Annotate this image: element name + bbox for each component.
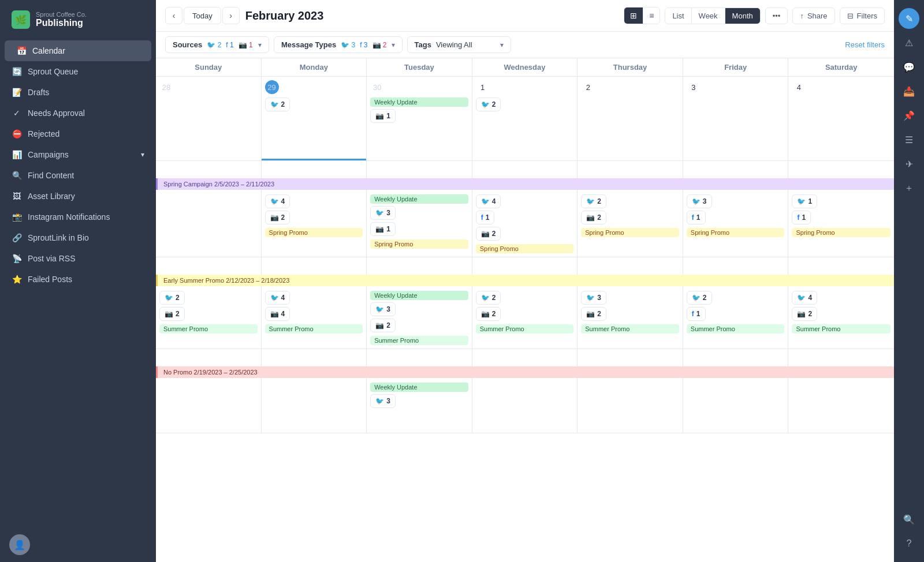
facebook-post-badge[interactable]: f 1 bbox=[687, 307, 706, 321]
search-button[interactable]: 🔍 bbox=[899, 509, 919, 530]
cal-cell-22[interactable]: 22 bbox=[472, 349, 578, 433]
tags-filter[interactable]: Tags Viewing All ▾ bbox=[407, 36, 511, 53]
cal-cell-3[interactable]: 3 bbox=[683, 77, 789, 160]
twitter-post-badge[interactable]: 🐦 2 bbox=[687, 291, 712, 305]
twitter-post-badge[interactable]: 🐦 4 bbox=[792, 291, 817, 305]
instagram-post-badge[interactable]: 📷 2 bbox=[581, 307, 606, 321]
cal-cell-1[interactable]: 1 🐦 2 bbox=[472, 77, 578, 160]
twitter-post-badge[interactable]: 🐦 2 bbox=[476, 291, 501, 305]
prev-button[interactable]: ‹ bbox=[165, 7, 182, 24]
cal-cell-4[interactable]: 4 bbox=[788, 77, 894, 160]
twitter-post-badge[interactable]: 🐦 4 bbox=[265, 194, 290, 208]
cal-cell-17[interactable]: 17 🐦 2 f 1 Summer Promo bbox=[683, 257, 789, 349]
inbox-button[interactable]: 📥 bbox=[899, 81, 919, 102]
cal-cell-23[interactable]: 23 bbox=[578, 349, 683, 433]
sidebar-item-post-via-rss[interactable]: 📡 Post via RSS bbox=[0, 248, 156, 269]
sidebar-item-failed-posts[interactable]: ⭐ Failed Posts bbox=[0, 269, 156, 290]
sidebar-item-drafts[interactable]: 📝 Drafts bbox=[0, 82, 156, 103]
weekly-update-event[interactable]: Weekly Update bbox=[370, 291, 468, 300]
sidebar-item-instagram-notifications[interactable]: 📸 Instagram Notifications bbox=[0, 207, 156, 227]
cal-cell-20[interactable]: 20 bbox=[262, 349, 367, 433]
cal-cell-13[interactable]: 13 🐦 4 📷 4 Summer Promo bbox=[262, 257, 367, 349]
weekly-update-event[interactable]: Weekly Update bbox=[370, 98, 468, 107]
instagram-post-badge[interactable]: 📷 2 bbox=[370, 319, 396, 332]
list-view-button[interactable]: ≡ bbox=[643, 8, 660, 24]
instagram-post-badge[interactable]: 📷 2 bbox=[792, 307, 817, 321]
twitter-post-badge[interactable]: 🐦 4 bbox=[265, 291, 290, 305]
send-button[interactable]: ✈ bbox=[899, 153, 919, 174]
list-view-tab[interactable]: List bbox=[665, 8, 691, 24]
twitter-post-badge[interactable]: 🐦 2 bbox=[159, 291, 185, 305]
instagram-post-badge[interactable]: 📷 1 bbox=[370, 222, 396, 236]
twitter-post-badge[interactable]: 🐦 2 bbox=[581, 194, 606, 208]
compose-button[interactable]: ✎ bbox=[899, 8, 919, 29]
cal-cell-25[interactable]: 25 bbox=[788, 349, 894, 433]
instagram-post-badge[interactable]: 📷 2 bbox=[581, 211, 606, 224]
sidebar-item-needs-approval[interactable]: ✓ Needs Approval bbox=[0, 103, 156, 123]
weekly-update-event[interactable]: Weekly Update bbox=[370, 194, 468, 204]
messages-button[interactable]: 💬 bbox=[899, 57, 919, 77]
cal-cell-28[interactable]: 28 bbox=[156, 77, 262, 160]
cal-cell-19[interactable]: 19 bbox=[156, 349, 262, 433]
cal-cell-14[interactable]: 14 Weekly Update 🐦 3 📷 2 Summer Promo bbox=[367, 257, 472, 349]
sidebar-item-sprout-queue[interactable]: 🔄 Sprout Queue bbox=[0, 61, 156, 82]
grid-view-button[interactable]: ⊞ bbox=[624, 8, 643, 24]
message-types-filter[interactable]: Message Types 🐦 3 f 3 📷 2 ▾ bbox=[274, 36, 403, 53]
user-avatar-area[interactable]: 👤 bbox=[0, 527, 156, 562]
cal-cell-6[interactable]: 6 🐦 4 📷 2 Spring Promo bbox=[262, 161, 367, 257]
cal-cell-5[interactable]: 5 bbox=[156, 161, 262, 257]
twitter-post-badge[interactable]: 🐦 3 bbox=[370, 206, 396, 220]
sidebar-item-calendar[interactable]: 📅 Calendar bbox=[5, 40, 151, 61]
month-view-tab[interactable]: Month bbox=[725, 8, 760, 24]
weekly-update-event[interactable]: Weekly Update bbox=[370, 383, 468, 392]
sources-filter[interactable]: Sources 🐦 2 f 1 📷 1 ▾ bbox=[165, 36, 269, 53]
twitter-post-badge[interactable]: 🐦 4 bbox=[476, 194, 501, 208]
add-button[interactable]: ＋ bbox=[899, 178, 919, 198]
twitter-post-badge[interactable]: 🐦 1 bbox=[792, 194, 817, 208]
cal-cell-12[interactable]: 12 🐦 2 📷 2 Summer Promo bbox=[156, 257, 262, 349]
twitter-post-badge[interactable]: 🐦 2 bbox=[476, 98, 501, 111]
cal-cell-10[interactable]: 10 🐦 3 f 1 Spring Promo bbox=[683, 161, 789, 257]
twitter-post-badge[interactable]: 🐦 3 bbox=[370, 394, 396, 408]
help-button[interactable]: ? bbox=[899, 533, 919, 554]
instagram-post-badge[interactable]: 📷 2 bbox=[265, 211, 290, 224]
twitter-post-badge[interactable]: 🐦 2 bbox=[265, 98, 290, 111]
facebook-post-badge[interactable]: f 1 bbox=[792, 211, 811, 224]
filters-button[interactable]: ⊟ Filters bbox=[840, 8, 885, 24]
sidebar-item-asset-library[interactable]: 🖼 Asset Library bbox=[0, 186, 156, 207]
share-button[interactable]: ↑ Share bbox=[792, 8, 834, 24]
next-button[interactable]: › bbox=[222, 7, 240, 24]
cal-cell-11[interactable]: 11 🐦 1 f 1 Spring Promo bbox=[788, 161, 894, 257]
week-view-tab[interactable]: Week bbox=[691, 8, 725, 24]
twitter-post-badge[interactable]: 🐦 3 bbox=[370, 302, 396, 316]
cal-cell-24[interactable]: 24 bbox=[683, 349, 789, 433]
instagram-post-badge[interactable]: 📷 2 bbox=[476, 227, 501, 241]
twitter-post-badge[interactable]: 🐦 3 bbox=[581, 291, 606, 305]
cal-cell-8[interactable]: 8 🐦 4 f 1 📷 2 Spring Promo bbox=[472, 161, 578, 257]
alert-button[interactable]: ⚠ bbox=[899, 32, 919, 53]
today-button[interactable]: Today bbox=[184, 7, 221, 24]
sidebar-item-sproutlink-in-bio[interactable]: 🔗 SproutLink in Bio bbox=[0, 227, 156, 248]
reset-filters-button[interactable]: Reset filters bbox=[845, 40, 885, 49]
instagram-post-badge[interactable]: 📷 2 bbox=[159, 307, 185, 321]
cal-cell-30[interactable]: 30 Weekly Update 📷 1 bbox=[367, 77, 472, 160]
sidebar-item-rejected[interactable]: ⛔ Rejected bbox=[0, 123, 156, 144]
facebook-post-badge[interactable]: f 1 bbox=[687, 211, 706, 224]
sidebar-item-find-content[interactable]: 🔍 Find Content bbox=[0, 165, 156, 186]
instagram-post-badge[interactable]: 📷 2 bbox=[476, 307, 501, 321]
instagram-post-badge[interactable]: 📷 4 bbox=[265, 307, 290, 321]
pin-button[interactable]: 📌 bbox=[899, 105, 919, 126]
cal-cell-2[interactable]: 2 bbox=[578, 77, 683, 160]
cal-cell-15[interactable]: 15 🐦 2 📷 2 Summer Promo bbox=[472, 257, 578, 349]
instagram-post-badge[interactable]: 📷 1 bbox=[370, 109, 396, 123]
facebook-post-badge[interactable]: f 1 bbox=[476, 211, 495, 224]
cal-cell-18[interactable]: 18 🐦 4 📷 2 Summer Promo bbox=[788, 257, 894, 349]
tasks-button[interactable]: ☰ bbox=[899, 129, 919, 150]
twitter-post-badge[interactable]: 🐦 3 bbox=[687, 194, 712, 208]
cal-cell-16[interactable]: 16 🐦 3 📷 2 Summer Promo bbox=[578, 257, 683, 349]
more-button[interactable]: ••• bbox=[765, 8, 788, 24]
sidebar-item-campaigns[interactable]: 📊 Campaigns ▾ bbox=[0, 144, 156, 165]
cal-cell-7[interactable]: 7 Weekly Update 🐦 3 📷 1 Spring Promo bbox=[367, 161, 472, 257]
cal-cell-21[interactable]: 21 Weekly Update 🐦 3 bbox=[367, 349, 472, 433]
cal-cell-29[interactable]: 29 🐦 2 bbox=[262, 77, 367, 160]
